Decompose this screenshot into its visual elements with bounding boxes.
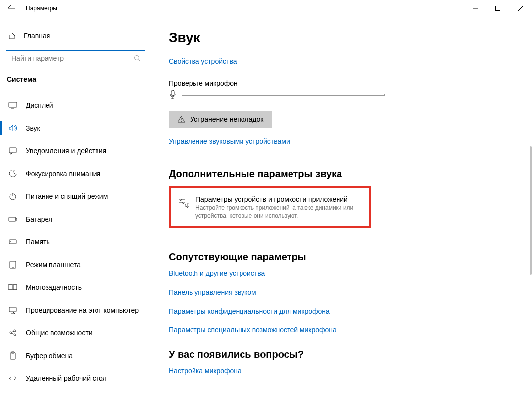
troubleshoot-button[interactable]: Устранение неполадок [169,111,272,128]
svg-point-35 [180,199,182,201]
window-controls [464,0,532,17]
storage-icon [8,237,18,246]
sidebar-item-label: Звук [26,124,40,132]
sidebar-item-clipboard[interactable]: Буфер обмена [0,344,151,367]
tablet-icon [8,260,18,269]
sliders-icon [178,197,189,220]
svg-line-5 [139,60,141,62]
svg-point-14 [11,242,11,242]
sidebar-item-label: Удаленный рабочий стол [26,374,107,382]
svg-rect-17 [9,285,12,290]
sidebar-item-label: Память [26,238,50,246]
sidebar-item-shared[interactable]: Общие возможности [0,321,151,344]
titlebar: Параметры [0,0,532,17]
sidebar-item-focus[interactable]: Фокусировка внимания [0,162,151,185]
sidebar-item-storage[interactable]: Память [0,230,151,253]
questions-heading: У вас появились вопросы? [169,349,532,360]
sidebar-item-multitasking[interactable]: Многозадачность [0,276,151,299]
window-title: Параметры [26,5,57,12]
sidebar-item-label: Режим планшета [26,261,81,269]
svg-rect-27 [10,353,15,359]
svg-rect-6 [9,102,17,107]
card-title: Параметры устройств и громкости приложен… [195,195,360,203]
manage-devices-link[interactable]: Управление звуковыми устройствами [169,137,290,145]
test-mic-label: Проверьте микрофон [169,79,532,87]
search-icon [134,55,141,62]
shared-icon [8,328,18,337]
maximize-button[interactable] [486,0,509,17]
battery-icon [8,215,18,224]
troubleshoot-label: Устранение неполадок [190,115,263,123]
sidebar-item-label: Фокусировка внимания [26,170,100,178]
device-properties-link[interactable]: Свойства устройства [169,57,237,65]
svg-rect-1 [496,6,500,11]
sidebar-item-projecting[interactable]: Проецирование на этот компьютер [0,299,151,321]
svg-rect-12 [16,218,17,220]
sidebar-item-label: Уведомления и действия [26,147,106,155]
sound-icon [8,124,18,133]
sidebar: Главная Система Дисплей Звук Уведомления… [0,17,151,406]
related-link-mic-ease[interactable]: Параметры специальных возможностей микро… [169,326,532,334]
svg-point-33 [181,121,181,121]
sidebar-item-tablet[interactable]: Режим планшета [0,253,151,276]
sidebar-item-battery[interactable]: Батарея [0,208,151,230]
sidebar-item-label: Буфер обмена [26,352,73,360]
mic-level-bar [182,94,385,96]
back-button[interactable] [0,0,23,17]
sidebar-item-power[interactable]: Питание и спящий режим [0,185,151,208]
svg-rect-18 [13,285,17,290]
mic-setup-link[interactable]: Настройка микрофона [169,367,242,375]
sidebar-item-display[interactable]: Дисплей [0,94,151,117]
app-volume-card[interactable]: Параметры устройств и громкости приложен… [169,186,371,228]
home-label: Главная [24,32,50,40]
related-link-bluetooth[interactable]: Bluetooth и другие устройства [169,270,532,277]
sidebar-item-label: Многозадачность [26,283,82,291]
home-nav[interactable]: Главная [0,27,151,45]
category-header: Система [0,75,151,83]
card-description: Настройте громкость приложений, а также … [195,204,360,220]
sidebar-item-notifications[interactable]: Уведомления и действия [0,139,151,162]
minimize-button[interactable] [464,0,486,17]
sidebar-item-label: Батарея [26,215,52,223]
svg-line-26 [12,333,14,334]
sidebar-item-sound[interactable]: Звук [0,117,151,139]
projecting-icon [8,306,18,315]
sidebar-item-label: Проецирование на этот компьютер [26,306,139,314]
sidebar-item-label: Общие возможности [26,329,93,337]
svg-point-4 [135,56,139,60]
sidebar-item-label: Дисплей [26,101,53,109]
related-link-sound-panel[interactable]: Панель управления звуком [169,288,532,296]
multitasking-icon [8,283,18,292]
svg-rect-21 [9,307,16,312]
moon-icon [8,169,18,178]
svg-point-37 [183,202,184,204]
remote-icon [8,374,18,383]
home-icon [8,32,16,40]
notifications-icon [8,146,18,155]
svg-rect-29 [171,90,174,96]
page-title: Звук [169,30,532,45]
close-button[interactable] [509,0,532,17]
scrollbar[interactable] [530,146,532,275]
sidebar-item-remote[interactable]: Удаленный рабочий стол [0,367,151,390]
content-area: Звук Свойства устройства Проверьте микро… [151,17,532,406]
microphone-icon [169,90,177,100]
sidebar-item-label: Питание и спящий режим [26,192,108,200]
svg-rect-11 [9,217,16,221]
display-icon [8,101,18,110]
advanced-heading: Дополнительные параметры звука [169,168,532,180]
clipboard-icon [8,351,18,360]
warning-icon [177,115,185,123]
svg-line-25 [12,331,14,332]
related-link-mic-privacy[interactable]: Параметры конфиденциальности для микрофо… [169,307,532,315]
power-icon [8,192,18,201]
search-input[interactable] [10,54,134,63]
mic-level-row [169,90,532,100]
related-heading: Сопутствующие параметры [169,251,532,263]
svg-rect-8 [9,148,16,153]
search-box[interactable] [6,50,145,66]
